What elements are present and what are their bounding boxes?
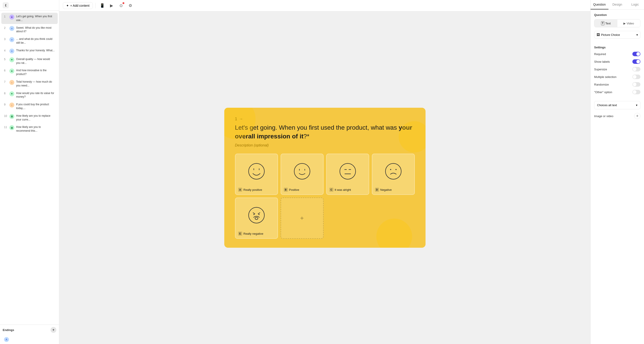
sidebar-item-11[interactable]: 11 ▦ How likely are you to recommend thi… — [1, 123, 58, 135]
question-title: Let's get going. When you first used the… — [235, 123, 415, 141]
choice-really-negative[interactable]: E Really negative — [235, 198, 278, 239]
choice-label-really-positive: A Really positive — [238, 188, 275, 192]
sidebar-item-icon-9: ↕ — [10, 103, 14, 107]
svg-point-12 — [395, 169, 396, 170]
question-section-label: Question — [594, 13, 640, 17]
supersize-toggle[interactable] — [632, 67, 640, 71]
sidebar-item-text-4: Thanks for your honesty. What... — [16, 49, 55, 52]
setting-supersize: Supersize — [594, 67, 640, 71]
mobile-preview-button[interactable]: 📱 — [98, 2, 106, 10]
setting-randomize-label: Randomize — [594, 83, 609, 86]
choice-label-positive: B Positive — [284, 188, 320, 192]
choice-key-c: C — [330, 188, 334, 192]
sidebar-item-icon-1: ★ — [10, 15, 14, 20]
sidebar-item-num-11: 11 — [4, 126, 8, 129]
add-choice-icon: + — [300, 215, 304, 222]
choice-label-negative: D Negative — [375, 188, 412, 192]
svg-point-3 — [294, 163, 310, 179]
play-button[interactable]: ▶ — [108, 2, 116, 10]
picture-choice-icon: 🖼 — [596, 33, 600, 37]
happy-face-icon — [248, 162, 266, 180]
choice-key-e: E — [238, 232, 242, 236]
choices-alt-text-label: Choices alt text — [597, 103, 617, 107]
choice-really-positive[interactable]: A Really positive — [235, 154, 278, 195]
sidebar-item-2[interactable]: 2 ≡ Sweet. What do you like most about i… — [1, 24, 58, 35]
choice-text-really-positive: Really positive — [244, 188, 262, 192]
svg-point-0 — [248, 163, 264, 179]
choice-image-really-negative — [238, 201, 275, 230]
sidebar-collapse-button[interactable]: ⟪ — [3, 2, 9, 8]
plus-icon: + — [636, 114, 639, 118]
right-panel: Question Design Logic Question T Text ▶ … — [590, 0, 644, 344]
tab-design[interactable]: Design — [608, 0, 626, 10]
question-number: 1 → — [235, 117, 415, 121]
svg-point-18 — [255, 218, 258, 220]
sidebar-ending-item[interactable]: A — [1, 335, 58, 344]
sidebar-item-10[interactable]: 10 ▦ How likely are you to replace your … — [1, 112, 58, 123]
sidebar-item-num-7: 7 — [4, 80, 8, 84]
type-text-label: Text — [605, 22, 611, 25]
type-video-label: Video — [626, 22, 634, 25]
toolbar-separator — [96, 3, 96, 8]
smile-face-icon — [293, 162, 311, 180]
chevron-down-icon: ▾ — [636, 33, 638, 37]
toolbar: ✦ + Add content 📱 ▶ ⊙ ⚙ — [59, 0, 590, 12]
sad-face-icon — [384, 162, 402, 180]
multiple-selection-toggle[interactable] — [632, 75, 640, 79]
choice-alright[interactable]: C It was alright — [326, 154, 369, 195]
randomize-toggle[interactable] — [632, 82, 640, 87]
svg-point-11 — [390, 169, 391, 170]
choice-text-alright: It was alright — [335, 188, 351, 192]
tab-logic[interactable]: Logic — [626, 0, 644, 10]
sidebar-item-5[interactable]: 5 ★ Overall quality — how would you rat.… — [1, 56, 58, 67]
sidebar-item-8[interactable]: 8 ★ How would you rate its value for mon… — [1, 90, 58, 101]
choices-grid: A Really positive — [235, 154, 415, 239]
question-type-select[interactable]: 🖼 Picture Choice ▾ — [594, 31, 640, 39]
add-choice-card[interactable]: + — [281, 198, 324, 239]
sidebar-item-9[interactable]: 9 ↕ If you could buy the product today,.… — [1, 101, 58, 112]
ending-icon: A — [4, 337, 9, 342]
sidebar-item-text-9: If you could buy the product today,... — [16, 103, 55, 110]
sidebar-item-text-5: Overall quality — how would you rat... — [16, 57, 55, 65]
choice-positive[interactable]: B Positive — [281, 154, 324, 195]
mobile-icon: 📱 — [100, 3, 105, 8]
sidebar-item-num-4: 4 — [4, 49, 8, 52]
question-description[interactable]: Description (optional) — [235, 143, 415, 147]
sidebar-item-text-6: And how innovative is the product? — [16, 69, 55, 76]
choices-alt-section: Choices alt text ▾ Image or video + — [590, 101, 644, 124]
choice-image-positive — [284, 157, 320, 186]
sidebar-item-7[interactable]: 7 ↕ Total honesty — how much do you need… — [1, 78, 58, 89]
sidebar: ⟪ 1 ★ Let's get going. When you first us… — [0, 0, 59, 344]
sidebar-item-num-6: 6 — [4, 69, 8, 72]
text-icon: T — [601, 21, 604, 25]
choice-text-really-negative: Really negative — [244, 232, 264, 235]
sidebar-item-3[interactable]: 3 ≡ ... and what do you think could stil… — [1, 35, 58, 47]
target-button[interactable]: ⊙ — [117, 2, 125, 10]
tab-question[interactable]: Question — [590, 0, 608, 10]
setting-randomize: Randomize — [594, 82, 640, 87]
notification-badge — [122, 2, 124, 4]
choice-negative[interactable]: D Negative — [372, 154, 415, 195]
sidebar-item-1[interactable]: 1 ★ Let's get going. When you first use.… — [1, 13, 58, 24]
svg-point-17 — [258, 214, 260, 215]
type-video-button[interactable]: ▶ Video — [618, 20, 640, 27]
main-area: ✦ + Add content 📱 ▶ ⊙ ⚙ 1 → — [59, 0, 590, 344]
sidebar-item-6[interactable]: 6 ★ And how innovative is the product? — [1, 67, 58, 78]
type-text-button[interactable]: T Text — [594, 20, 618, 27]
settings-section: Settings Required Show labels Supersize … — [590, 46, 644, 101]
show-labels-toggle[interactable] — [632, 59, 640, 64]
add-content-button[interactable]: ✦ + Add content — [63, 2, 93, 9]
choice-key-d: D — [375, 188, 379, 192]
add-ending-button[interactable]: + — [50, 327, 56, 333]
required-toggle[interactable] — [632, 52, 640, 56]
add-image-video-button[interactable]: + — [634, 113, 640, 119]
sidebar-item-text-11: How likely are you to recommend this... — [16, 125, 55, 133]
settings-button[interactable]: ⚙ — [126, 2, 134, 10]
choice-key-b: B — [284, 188, 288, 192]
choices-alt-text-button[interactable]: Choices alt text ▾ — [594, 101, 640, 109]
sidebar-item-num-3: 3 — [4, 38, 8, 41]
target-icon: ⊙ — [120, 3, 123, 8]
sidebar-item-4[interactable]: 4 ≡ Thanks for your honesty. What... — [1, 47, 58, 55]
other-option-toggle[interactable] — [632, 90, 640, 94]
sidebar-item-icon-6: ★ — [10, 69, 14, 73]
